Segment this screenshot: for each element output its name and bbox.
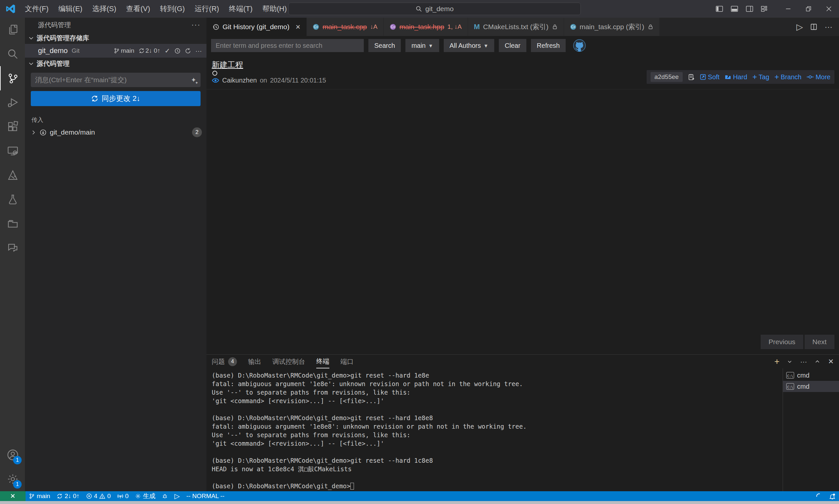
repo-more-actions-icon[interactable]: ··· xyxy=(195,47,202,55)
status-run-button[interactable]: ▷ xyxy=(171,491,183,501)
panel-more-actions-icon[interactable]: ··· xyxy=(800,358,807,365)
incoming-branch-name: git_demo/main xyxy=(50,128,95,136)
eye-icon[interactable] xyxy=(212,77,219,84)
restore-button[interactable] xyxy=(798,0,819,18)
repo-sync-status[interactable]: 2↓ 0↑ xyxy=(139,47,160,54)
status-ports-button[interactable]: 0 xyxy=(114,491,132,501)
vim-mode-indicator[interactable]: -- NORMAL -- xyxy=(183,491,228,501)
tab-git-history[interactable]: Git History (git_demo) ✕ xyxy=(207,18,307,36)
activity-source-control-button[interactable] xyxy=(0,66,25,90)
reset-soft-link[interactable]: Soft xyxy=(700,73,720,81)
author-filter-dropdown[interactable]: All Authors▼ xyxy=(444,39,494,52)
activity-explorer-button[interactable] xyxy=(0,18,25,42)
menu-go[interactable]: 转到(G) xyxy=(156,3,189,15)
toggle-panel-icon[interactable] xyxy=(727,0,742,18)
menu-view[interactable]: 查看(V) xyxy=(122,3,154,15)
activity-accounts-button[interactable]: 1 xyxy=(0,443,25,467)
editor-actions: ▷ ··· xyxy=(790,18,839,36)
activity-cmake-button[interactable] xyxy=(0,163,25,187)
vim-mode-label: -- NORMAL -- xyxy=(187,492,225,500)
tab-main-task-hpp[interactable]: C+ main_task.hpp 1, ↓A xyxy=(384,18,468,36)
status-problems-button[interactable]: 4 0 xyxy=(83,491,114,501)
remote-indicator-button[interactable] xyxy=(0,491,25,501)
branch-filter-dropdown[interactable]: main▼ xyxy=(405,39,439,52)
refresh-button[interactable]: Refresh xyxy=(531,39,566,52)
panel-tabbar: 问题4 输出 调试控制台 终端 端口 + ··· ✕ xyxy=(207,355,839,368)
customize-layout-icon[interactable] xyxy=(757,0,772,18)
tab-main-task-cpp[interactable]: C+ main_task.cpp ↓A xyxy=(307,18,384,36)
new-terminal-icon[interactable]: + xyxy=(774,357,780,367)
commit-graph-node[interactable] xyxy=(212,71,217,76)
repo-history-icon[interactable] xyxy=(174,48,180,54)
commit-message-input[interactable] xyxy=(35,76,191,84)
history-icon xyxy=(212,23,219,31)
repositories-section-header[interactable]: 源代码管理存储库 xyxy=(25,32,207,44)
sparkle-ai-icon[interactable]: ✦✦ xyxy=(191,76,196,84)
close-tab-icon[interactable]: ✕ xyxy=(295,23,300,31)
terminal-dropdown-icon[interactable] xyxy=(787,359,792,364)
github-icon[interactable] xyxy=(573,39,586,52)
terminal-instance-cmd[interactable]: C:\cmd xyxy=(783,370,839,381)
run-file-icon[interactable]: ▷ xyxy=(797,22,803,32)
maximize-panel-icon[interactable] xyxy=(815,359,820,364)
minimize-button[interactable] xyxy=(778,0,798,18)
terminal-output[interactable]: (base) D:\RoboMaster\RMCode\git_demo>git… xyxy=(207,368,783,491)
activity-search-button[interactable] xyxy=(0,42,25,66)
commit-subject-link[interactable]: 新建工程 xyxy=(212,59,243,70)
menu-help[interactable]: 帮助(H) xyxy=(258,3,291,15)
tab-problems[interactable]: 问题4 xyxy=(212,355,237,368)
commit-check-icon[interactable]: ✓ xyxy=(164,47,170,55)
next-button[interactable]: Next xyxy=(805,335,834,349)
menu-file[interactable]: 文件(F) xyxy=(21,3,52,15)
menu-selection[interactable]: 选择(S) xyxy=(88,3,120,15)
clear-button[interactable]: Clear xyxy=(499,39,526,52)
incoming-branch-row[interactable]: git_demo/main 2 xyxy=(25,126,207,139)
repository-row[interactable]: git_demo Git main 2↓ 0↑ ✓ ··· xyxy=(25,44,207,58)
tab-ports[interactable]: 端口 xyxy=(340,355,354,368)
close-panel-icon[interactable]: ✕ xyxy=(828,358,834,365)
previous-button[interactable]: Previous xyxy=(761,335,803,349)
repo-branch-indicator[interactable]: main xyxy=(114,47,134,54)
tab-cmakelists-readonly[interactable]: M CMakeLists.txt (索引) xyxy=(468,18,564,36)
sidebar-more-actions-icon[interactable]: ··· xyxy=(191,21,200,29)
tab-debug-console[interactable]: 调试控制台 xyxy=(272,355,305,368)
toggle-sidebar-icon[interactable] xyxy=(712,0,727,18)
status-debug-button[interactable] xyxy=(159,491,171,501)
activity-extensions-button[interactable] xyxy=(0,114,25,139)
split-editor-icon[interactable] xyxy=(810,23,817,31)
scm-section-header[interactable]: 源代码管理 xyxy=(25,58,207,69)
tab-terminal[interactable]: 终端 xyxy=(316,355,329,368)
tab-output[interactable]: 输出 xyxy=(248,355,261,368)
reset-hard-link[interactable]: Hard xyxy=(724,73,747,81)
activity-settings-button[interactable]: 1 xyxy=(0,467,25,491)
activity-run-debug-button[interactable] xyxy=(0,90,25,114)
menu-terminal[interactable]: 终端(T) xyxy=(225,3,256,15)
sync-changes-button[interactable]: 同步更改 2↓ xyxy=(31,91,200,106)
menu-edit[interactable]: 编辑(E) xyxy=(54,3,86,15)
status-cmake-build-button[interactable]: 生成 xyxy=(132,491,159,501)
status-sync-button[interactable]: 2↓ 0↑ xyxy=(53,491,83,501)
add-tag-link[interactable]: +Tag xyxy=(752,72,769,82)
editor-more-actions-icon[interactable]: ··· xyxy=(825,22,833,32)
activity-remote-explorer-button[interactable] xyxy=(0,139,25,163)
status-branch-button[interactable]: main xyxy=(25,491,53,501)
activity-project-manager-button[interactable] xyxy=(0,212,25,236)
search-button[interactable]: Search xyxy=(368,39,401,52)
command-center-search[interactable]: git_demo xyxy=(289,3,581,15)
activity-testing-button[interactable] xyxy=(0,187,25,212)
add-branch-link[interactable]: +Branch xyxy=(774,72,801,82)
activity-comments-button[interactable] xyxy=(0,236,25,260)
tab-decoration: ↓A xyxy=(370,23,378,31)
repo-refresh-icon[interactable] xyxy=(185,48,191,54)
search-icon xyxy=(416,5,422,12)
copy-hash-icon[interactable] xyxy=(688,73,695,80)
more-commit-actions-link[interactable]: More xyxy=(807,73,831,81)
terminal-instance-cmd-active[interactable]: C:\cmd xyxy=(783,381,839,392)
tab-main-task-cpp-readonly[interactable]: C+ main_task.cpp (索引) xyxy=(564,18,660,36)
close-window-button[interactable] xyxy=(819,0,839,18)
menu-run[interactable]: 运行(R) xyxy=(191,3,223,15)
notifications-button[interactable] xyxy=(825,491,839,501)
commit-message-box: ✦✦ xyxy=(31,73,200,87)
git-history-search-input[interactable] xyxy=(211,39,364,52)
toggle-secondary-sidebar-icon[interactable] xyxy=(742,0,757,18)
